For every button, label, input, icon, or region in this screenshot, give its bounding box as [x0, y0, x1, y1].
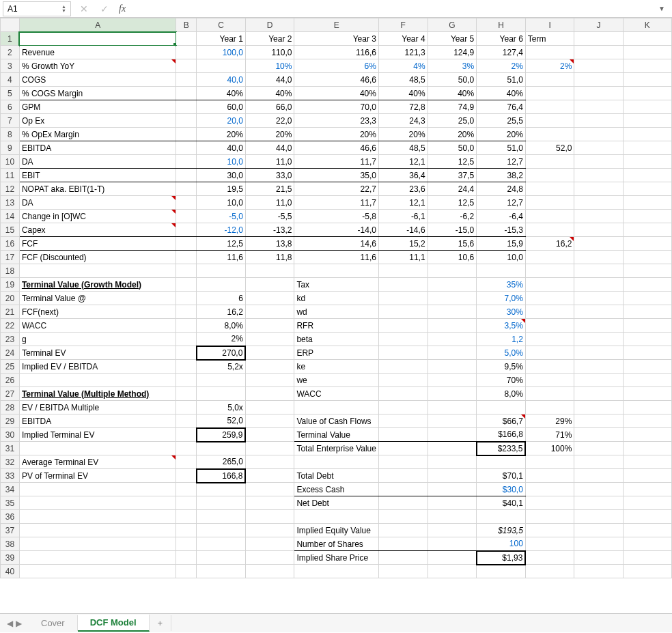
- cell-G22[interactable]: [428, 319, 477, 333]
- cell-B1[interactable]: [176, 32, 197, 46]
- cell-C15[interactable]: -12,0: [197, 223, 246, 237]
- cell-G16[interactable]: 15,6: [428, 237, 477, 251]
- cell-A32[interactable]: Average Terminal EV: [19, 455, 176, 469]
- row-header-25[interactable]: 25: [1, 360, 20, 374]
- cell-G1[interactable]: Year 5: [428, 32, 477, 46]
- cell-G30[interactable]: [428, 428, 477, 442]
- cell-E20[interactable]: kd: [294, 292, 379, 305]
- cell-H10[interactable]: 12,7: [477, 155, 526, 169]
- cell-A27[interactable]: Terminal Value (Multiple Method): [19, 387, 176, 401]
- cell-J2[interactable]: [574, 46, 623, 59]
- cell-F19[interactable]: [378, 278, 428, 292]
- formula-bar-expand[interactable]: ▼: [654, 5, 669, 12]
- cell-F15[interactable]: -14,6: [378, 223, 428, 237]
- cell-J8[interactable]: [574, 128, 623, 141]
- cell-K2[interactable]: [623, 46, 671, 59]
- cell-G2[interactable]: 124,9: [428, 46, 477, 59]
- cell-K13[interactable]: [623, 196, 671, 210]
- cell-H12[interactable]: 24,8: [477, 182, 526, 196]
- row-header-14[interactable]: 14: [1, 210, 20, 223]
- cell-D12[interactable]: 21,5: [245, 182, 294, 196]
- cell-D26[interactable]: [245, 374, 294, 387]
- cell-C2[interactable]: 100,0: [197, 46, 246, 59]
- cell-C28[interactable]: 5,0x: [197, 401, 246, 414]
- cell-G19[interactable]: [428, 278, 477, 292]
- cell-D40[interactable]: [245, 565, 294, 578]
- row-header-7[interactable]: 7: [1, 114, 20, 128]
- cell-K12[interactable]: [623, 182, 671, 196]
- cell-I16[interactable]: 16,2: [525, 237, 574, 251]
- cell-E23[interactable]: beta: [294, 333, 379, 346]
- cell-A11[interactable]: EBIT: [19, 169, 176, 182]
- col-header-I[interactable]: I: [525, 18, 574, 32]
- cell-E4[interactable]: 46,6: [294, 73, 379, 87]
- cell-E36[interactable]: [294, 510, 379, 524]
- cell-K27[interactable]: [623, 387, 671, 401]
- cell-I38[interactable]: [525, 537, 574, 551]
- cell-H8[interactable]: 20%: [477, 128, 526, 141]
- cell-C39[interactable]: [197, 551, 246, 565]
- cell-G21[interactable]: [428, 305, 477, 319]
- cell-D9[interactable]: 44,0: [245, 141, 294, 155]
- cancel-edit-button[interactable]: ✕: [76, 1, 92, 16]
- cell-D38[interactable]: [245, 537, 294, 551]
- cell-D8[interactable]: 20%: [245, 128, 294, 141]
- row-header-33[interactable]: 33: [1, 469, 20, 483]
- sheet-nav-prev[interactable]: ◀: [7, 619, 13, 628]
- cell-B26[interactable]: [176, 374, 197, 387]
- cell-I40[interactable]: [525, 565, 574, 578]
- cell-A24[interactable]: Terminal EV: [19, 346, 176, 360]
- cell-J6[interactable]: [574, 100, 623, 114]
- cell-E26[interactable]: we: [294, 374, 379, 387]
- cell-K19[interactable]: [623, 278, 671, 292]
- cell-K1[interactable]: [623, 32, 671, 46]
- cell-K31[interactable]: [623, 442, 671, 455]
- cell-B10[interactable]: [176, 155, 197, 169]
- cell-F31[interactable]: [378, 442, 428, 455]
- cell-B12[interactable]: [176, 182, 197, 196]
- cell-G14[interactable]: -6,2: [428, 210, 477, 223]
- cell-J1[interactable]: [574, 32, 623, 46]
- cell-E32[interactable]: [294, 455, 379, 469]
- cell-H37[interactable]: $193,5: [477, 524, 526, 537]
- cell-D39[interactable]: [245, 551, 294, 565]
- cell-A13[interactable]: DA: [19, 196, 176, 210]
- row-header-30[interactable]: 30: [1, 428, 20, 442]
- cell-I9[interactable]: 52,0: [525, 141, 574, 155]
- cell-F12[interactable]: 23,6: [378, 182, 428, 196]
- cell-B3[interactable]: [176, 59, 197, 73]
- cell-B37[interactable]: [176, 524, 197, 537]
- cell-B5[interactable]: [176, 87, 197, 100]
- cell-C33[interactable]: 166,8: [197, 469, 246, 483]
- col-header-J[interactable]: J: [574, 18, 623, 32]
- cell-I12[interactable]: [525, 182, 574, 196]
- sheet-area[interactable]: A B C D E F G H I J K 1 Year 1 Year 2 Ye…: [0, 18, 672, 613]
- cell-F3[interactable]: 4%: [378, 59, 428, 73]
- cell-F28[interactable]: [378, 401, 428, 414]
- cell-E9[interactable]: 46,6: [294, 141, 379, 155]
- cell-D20[interactable]: [245, 292, 294, 305]
- cell-K39[interactable]: [623, 551, 671, 565]
- row-header-17[interactable]: 17: [1, 251, 20, 264]
- cell-K22[interactable]: [623, 319, 671, 333]
- cell-E10[interactable]: 11,7: [294, 155, 379, 169]
- cell-C26[interactable]: [197, 374, 246, 387]
- cell-B27[interactable]: [176, 387, 197, 401]
- row-header-11[interactable]: 11: [1, 169, 20, 182]
- cell-K7[interactable]: [623, 114, 671, 128]
- cell-I1[interactable]: Term: [525, 32, 574, 46]
- cell-F36[interactable]: [378, 510, 428, 524]
- row-header-8[interactable]: 8: [1, 128, 20, 141]
- cell-H36[interactable]: [477, 510, 526, 524]
- cell-B15[interactable]: [176, 223, 197, 237]
- cell-D15[interactable]: -13,2: [245, 223, 294, 237]
- row-header-24[interactable]: 24: [1, 346, 20, 360]
- cell-A10[interactable]: DA: [19, 155, 176, 169]
- cell-H7[interactable]: 25,5: [477, 114, 526, 128]
- cell-H2[interactable]: 127,4: [477, 46, 526, 59]
- cell-F8[interactable]: 20%: [378, 128, 428, 141]
- col-header-H[interactable]: H: [477, 18, 526, 32]
- cell-A23[interactable]: g: [19, 333, 176, 346]
- cell-F14[interactable]: -6,1: [378, 210, 428, 223]
- cell-F32[interactable]: [378, 455, 428, 469]
